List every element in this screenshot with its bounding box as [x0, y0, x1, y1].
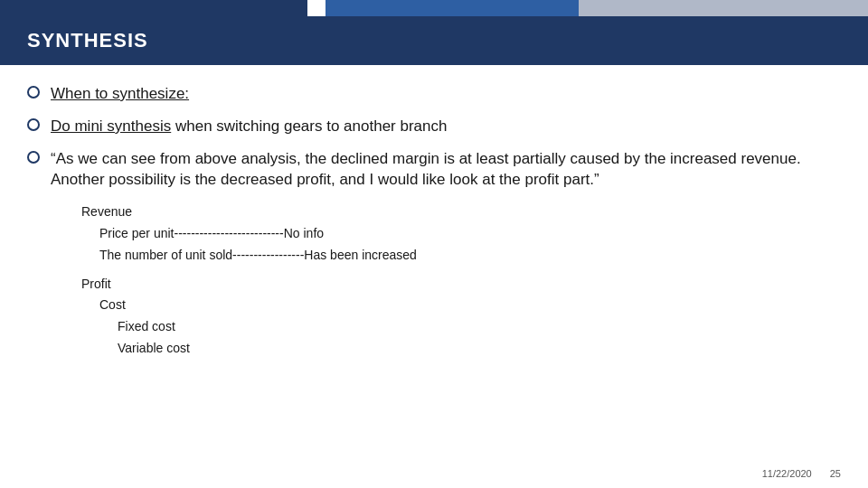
- bullet2-rest: when switching gears to another branch: [171, 117, 447, 135]
- bullet2-underline: Do mini synthesis: [51, 117, 171, 135]
- bullet-text-3: “As we can see from above analysis, the …: [51, 148, 841, 192]
- slide: SYNTHESIS When to synthesize: Do mini sy…: [0, 0, 868, 488]
- bullet-item-1: When to synthesize:: [27, 83, 841, 105]
- bullet-item-2: Do mini synthesis when switching gears t…: [27, 116, 841, 137]
- bullet-item-3: “As we can see from above analysis, the …: [27, 148, 841, 192]
- revenue-label: Revenue: [81, 202, 841, 223]
- top-bar: [0, 0, 868, 16]
- bullet-circle-3: [27, 151, 40, 164]
- footer-page: 25: [830, 468, 841, 479]
- cost-items: Fixed cost Variable cost: [118, 316, 841, 360]
- revenue-item-1: Price per unit--------------------------…: [99, 223, 841, 245]
- title-bar: SYNTHESIS: [0, 16, 868, 65]
- bullet-text-1: When to synthesize:: [51, 83, 189, 105]
- top-bar-dark-blue: [0, 0, 307, 16]
- cost-label: Cost: [99, 295, 841, 316]
- top-bar-light-gray: [579, 0, 868, 16]
- bullet1-underline-text: When to synthesize:: [51, 85, 189, 102]
- fixed-cost: Fixed cost: [118, 316, 841, 338]
- content-area: When to synthesize: Do mini synthesis wh…: [0, 65, 868, 369]
- variable-cost: Variable cost: [118, 338, 841, 360]
- slide-title: SYNTHESIS: [27, 29, 148, 52]
- revenue-items: Price per unit--------------------------…: [99, 223, 841, 267]
- profit-label: Profit: [81, 274, 841, 296]
- revenue-item-2: The number of unit sold-----------------…: [99, 245, 841, 267]
- footer-date: 11/22/2020: [762, 468, 812, 479]
- bullet-text-2: Do mini synthesis when switching gears t…: [51, 116, 447, 137]
- footer: 11/22/2020 25: [762, 468, 841, 479]
- bullet-circle-2: [27, 118, 40, 131]
- indent-block: Revenue Price per unit------------------…: [81, 202, 841, 360]
- bullet-circle-1: [27, 86, 40, 99]
- top-bar-medium-blue: [326, 0, 579, 16]
- top-bar-white: [307, 0, 326, 16]
